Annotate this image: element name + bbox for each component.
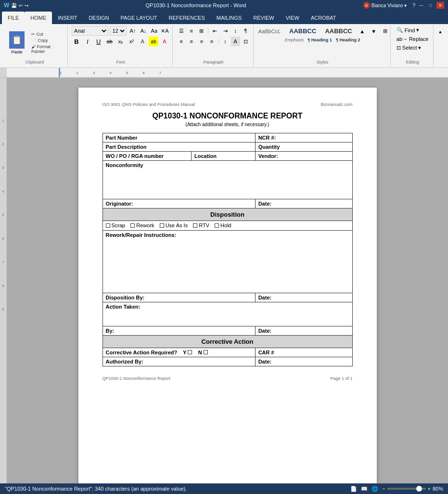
zoom-slider[interactable] [387,488,426,490]
quick-access-redo[interactable]: ↪ [25,3,28,8]
text-effects-button[interactable]: A [138,37,147,46]
tab-file[interactable]: FILE [2,12,25,24]
show-marks-button[interactable]: ¶ [241,26,250,36]
document-title: QP1030-1 NONCONFORMANCE REPORT [102,112,353,120]
rtv-checkbox[interactable] [193,223,197,228]
font-size-select[interactable]: 12 [110,26,127,36]
view-read-button[interactable]: 📖 [361,486,368,492]
table-row: WO / PO / RGA number Location Vendor: [102,152,352,161]
highlight-button[interactable]: ab [149,37,158,46]
authorized-date-label: Date: [255,357,352,366]
styles-scroll-down[interactable]: ▼ [369,26,379,36]
scrap-checkbox[interactable] [106,223,110,228]
tab-page-layout[interactable]: PAGE LAYOUT [115,12,163,24]
view-web-button[interactable]: 🌐 [371,486,378,492]
superscript-button[interactable]: x² [127,37,136,46]
hold-checkbox[interactable] [215,223,219,228]
decrease-font-button[interactable]: A↓ [139,26,148,36]
quick-access-save[interactable]: 💾 [11,3,17,8]
rework-instructions-cell: Rework/Repair Instructions: [102,230,352,293]
help-button[interactable]: ? [412,3,415,8]
copy-button[interactable]: 📄 Copy [30,38,64,43]
paste-button[interactable]: 📋 Paste [5,29,29,57]
ribbon-collapse-button[interactable]: ▲ [435,27,445,37]
style-heading2[interactable]: AABBCC [321,26,355,36]
subscript-button[interactable]: x₂ [116,37,126,46]
format-painter-button[interactable]: 🖌 Format Painter [30,44,64,54]
line-spacing-button[interactable]: ↕ [221,37,230,46]
change-case-button[interactable]: Aa [150,26,159,36]
no-checkbox[interactable] [204,350,208,354]
footer-right: Page 1 of 1 [330,376,352,381]
decrease-indent-button[interactable]: ⇤ [210,26,219,36]
table-row: Disposition By: Date: [102,293,352,302]
table-row: Scrap Rework Use As Is RTV [102,221,352,231]
left-hanging-marker[interactable] [59,72,60,77]
font-content: Arial 12 A↑ A↓ Aa ✕A B I U ab x₂ x² [72,26,169,46]
table-row: Corrective Action Required? Y N CAR # [102,348,352,357]
style-default[interactable]: AaBbCcL [255,27,284,36]
bullets-button[interactable]: ☰ [177,26,186,36]
status-right: 📄 📖 🌐 − + 80% [350,486,443,492]
align-center-button[interactable]: ≡ [187,37,196,46]
maximize-button[interactable]: □ [427,2,435,9]
numbering-button[interactable]: ≡ [187,26,196,36]
rework-checkbox[interactable] [130,223,135,228]
tab-mailings[interactable]: MAILINGS [211,12,248,24]
document-subtitle: (Attach additional sheets, if necessary.… [102,122,353,127]
doc-header-right: Bizmanualz.com [320,102,352,107]
use-as-is-checkbox[interactable] [160,223,164,228]
italic-button[interactable]: I [83,37,92,46]
shading-button[interactable]: A [231,37,240,46]
find-button[interactable]: 🔍 Find ▾ [394,26,431,34]
zoom-level[interactable]: 80% [433,486,443,492]
justify-button[interactable]: ≡ [207,37,216,46]
multilevel-list-button[interactable]: ⊞ [197,26,206,36]
status-left: "QP1030-1 Nonconformance Report": 340 ch… [5,486,187,492]
increase-font-button[interactable]: A↑ [128,26,137,36]
title-bar-controls: B Bianca Viviano ▾ ? — □ ✕ [363,2,444,9]
styles-gallery: AaBbCcL AABBCC AABBCC ▲ ▼ ⊞ [255,26,390,36]
select-button[interactable]: ⊡ Select ▾ [394,44,431,52]
clear-formatting-button[interactable]: ✕A [160,26,169,36]
tab-home[interactable]: HOME [25,12,52,24]
editing-label: Editing [406,60,419,65]
part-number-label: Part Number [102,133,255,143]
zoom-out-button[interactable]: − [382,486,385,492]
scrap-label: Scrap [112,222,126,228]
borders-button[interactable]: ⊡ [241,37,250,46]
tab-view[interactable]: VIEW [280,12,305,24]
minimize-button[interactable]: — [417,2,425,9]
tab-acrobat[interactable]: ACROBAT [305,12,342,24]
align-right-button[interactable]: ≡ [197,37,206,46]
zoom-in-button[interactable]: + [428,486,431,492]
tab-design[interactable]: DESIGN [83,12,115,24]
sort-button[interactable]: ↕ [231,26,240,36]
increase-indent-button[interactable]: ⇥ [221,26,230,36]
page-footer: QP1030-1 Nonconformance Report Page 1 of… [102,376,353,381]
tab-review[interactable]: REVIEW [247,12,280,24]
align-left-button[interactable]: ≡ [177,37,186,46]
tab-insert[interactable]: INSERT [52,12,83,24]
styles-expand[interactable]: ⊞ [381,26,390,36]
table-row: By: Date: [102,326,352,335]
clipboard-content: 📋 Paste ✂ Cut 📄 Copy 🖌 Format Painter [5,26,64,60]
font-color-button[interactable]: A [160,37,169,46]
disposition-header: Disposition [102,208,352,221]
style-heading1[interactable]: AABBCC [286,26,320,36]
font-name-select[interactable]: Arial [72,26,108,36]
cut-button[interactable]: ✂ Cut [30,31,64,37]
zoom-thumb[interactable] [416,486,422,492]
styles-scroll-up[interactable]: ▲ [358,26,367,36]
strikethrough-button[interactable]: ab [105,37,115,46]
bold-button[interactable]: B [72,37,81,46]
quick-access-undo[interactable]: ↩ [19,3,23,8]
replace-button[interactable]: ab→ Replace [394,35,431,43]
tab-references[interactable]: REFERENCES [163,12,211,24]
view-print-button[interactable]: 📄 [350,486,357,492]
yes-checkbox[interactable] [188,350,192,354]
table-row: Corrective Action [102,335,352,348]
underline-button[interactable]: U [94,37,103,46]
close-button[interactable]: ✕ [436,2,444,9]
document-page: ISO 9001 QMS Policies and Procedures Man… [78,88,377,494]
